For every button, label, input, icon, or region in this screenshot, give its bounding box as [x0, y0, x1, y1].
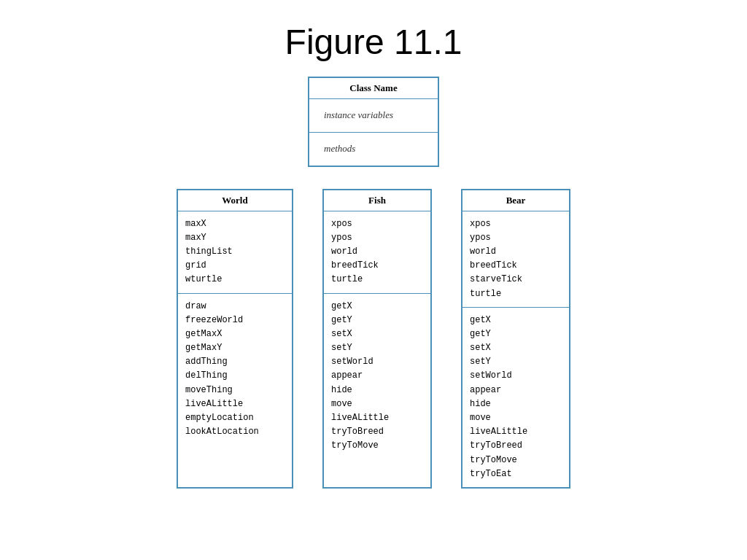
diagram-container: Class Name instance variables methods Wo… [0, 77, 747, 489]
bear-class-name: Bear [462, 190, 569, 211]
fish-var-xpos: xpos [331, 217, 423, 231]
bear-class-box: Bear xpos ypos world breedTick starveTic… [461, 189, 570, 489]
bear-var-starvetick: starveTick [470, 273, 562, 287]
world-var-maxx: maxX [185, 217, 285, 231]
fish-method-setworld: setWorld [331, 355, 423, 369]
template-row: Class Name instance variables methods [308, 77, 439, 167]
world-method-movething: moveThing [185, 384, 285, 397]
fish-class-box: Fish xpos ypos world breedTick turtle ge… [322, 189, 432, 489]
template-instance-vars-label: instance variables [324, 109, 393, 120]
bear-var-xpos: xpos [470, 217, 562, 231]
fish-method-hide: hide [331, 384, 423, 397]
bear-method-trytomove: tryToMove [470, 454, 562, 467]
world-method-draw: draw [185, 300, 285, 314]
world-var-thinglist: thingList [185, 245, 285, 259]
bear-method-trytoeat: tryToEat [470, 467, 562, 481]
fish-var-ypos: ypos [331, 231, 423, 245]
fish-method-setx: setX [331, 327, 423, 341]
fish-method-gety: getY [331, 314, 423, 327]
bear-method-move: move [470, 411, 562, 425]
bear-method-sety: setY [470, 355, 562, 369]
world-var-grid: grid [185, 259, 285, 273]
world-method-freezeworld: freezeWorld [185, 314, 285, 327]
world-method-lookatlocation: lookAtLocation [185, 425, 285, 439]
fish-methods-section: getX getY setX setY setWorld appear hide… [324, 294, 430, 459]
fish-var-turtle: turtle [331, 273, 423, 287]
bear-method-gety: getY [470, 327, 562, 341]
bear-method-setworld: setWorld [470, 369, 562, 383]
fish-instance-vars-section: xpos ypos world breedTick turtle [324, 211, 430, 294]
template-class-name: Class Name [309, 78, 438, 99]
world-method-emptylocation: emptyLocation [185, 411, 285, 425]
bear-methods-section: getX getY setX setY setWorld appear hide… [462, 308, 569, 487]
fish-method-trytomove: tryToMove [331, 439, 423, 453]
bear-var-turtle: turtle [470, 287, 562, 301]
fish-method-livealittle: liveALittle [331, 411, 423, 425]
world-method-delthing: delThing [185, 369, 285, 383]
world-var-wturtle: wturtle [185, 273, 285, 287]
template-methods-section: methods [309, 133, 438, 166]
fish-method-trytobreed: tryToBreed [331, 425, 423, 439]
fish-var-world: world [331, 245, 423, 259]
fish-method-sety: setY [331, 341, 423, 355]
bear-var-breedtick: breedTick [470, 259, 562, 273]
fish-var-breedtick: breedTick [331, 259, 423, 273]
template-instance-vars-section: instance variables [309, 99, 438, 133]
bear-var-world: world [470, 245, 562, 259]
bear-instance-vars-section: xpos ypos world breedTick starveTick tur… [462, 211, 569, 308]
world-instance-vars-section: maxX maxY thingList grid wturtle [178, 211, 292, 294]
bear-method-appear: appear [470, 384, 562, 397]
bear-method-getx: getX [470, 314, 562, 327]
page-title: Figure 11.1 [0, 0, 747, 77]
world-class-box: World maxX maxY thingList grid wturtle d… [177, 189, 293, 489]
world-method-addthing: addThing [185, 355, 285, 369]
world-methods-section: draw freezeWorld getMaxX getMaxY addThin… [178, 294, 292, 446]
template-methods-label: methods [324, 143, 355, 154]
world-class-name: World [178, 190, 292, 211]
bear-method-setx: setX [470, 341, 562, 355]
fish-method-appear: appear [331, 369, 423, 383]
world-method-getmaxy: getMaxY [185, 341, 285, 355]
bear-method-hide: hide [470, 397, 562, 411]
classes-row: World maxX maxY thingList grid wturtle d… [177, 189, 570, 489]
world-method-livealittle: liveALittle [185, 397, 285, 411]
fish-method-getx: getX [331, 300, 423, 314]
fish-method-move: move [331, 397, 423, 411]
world-method-getmaxx: getMaxX [185, 327, 285, 341]
fish-class-name: Fish [324, 190, 430, 211]
template-class-box: Class Name instance variables methods [308, 77, 439, 167]
world-var-maxy: maxY [185, 231, 285, 245]
bear-method-trytobreed: tryToBreed [470, 439, 562, 453]
bear-method-livealittle: liveALittle [470, 425, 562, 439]
bear-var-ypos: ypos [470, 231, 562, 245]
